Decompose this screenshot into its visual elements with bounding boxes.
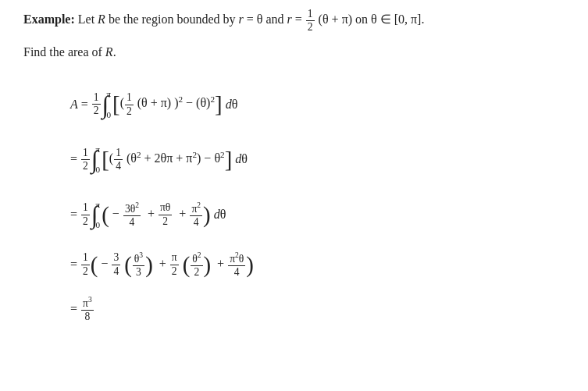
frac-half-3: 1 2 xyxy=(81,201,90,228)
inner-left-paren-4a: ( xyxy=(124,252,132,277)
term1-expr: (θ + π) xyxy=(137,97,171,110)
example-text: Let R be the region bounded by r = θ and… xyxy=(78,12,305,26)
example-label: Example: xyxy=(23,12,75,26)
frac-pi2-4: π24 xyxy=(190,201,202,229)
math-line-1: A = 1 2 ∫ π 0 [ (12 (θ + π) )2 − (θ)2 ] … xyxy=(70,85,565,123)
lower-limit-2: 0 xyxy=(96,161,101,178)
example-line: Example: Let R be the region bounded by … xyxy=(23,8,565,34)
integral-1: ∫ π 0 xyxy=(102,85,112,123)
term1-open-paren: ( xyxy=(120,97,124,110)
bracket-content-1: (12 (θ + π) )2 − (θ)2 xyxy=(120,91,215,117)
dtheta-1: dθ xyxy=(223,92,238,117)
lower-limit-3: 0 xyxy=(96,216,101,233)
minus-1: − (θ) xyxy=(186,97,210,110)
right-bracket-1: ] xyxy=(215,93,223,116)
find-text: Find the area of R. xyxy=(23,45,116,59)
example-formula: (θ + π) on θ ∈ [0, π]. xyxy=(315,12,425,26)
left-bracket-1: [ xyxy=(112,93,120,116)
frac-3-4: 34 xyxy=(112,251,120,278)
inner-right-paren-4a: ) xyxy=(145,252,153,277)
dtheta-2: dθ xyxy=(232,147,248,172)
frac-half-1: 1 2 xyxy=(92,91,101,118)
lower-limit-1: 0 xyxy=(106,106,111,123)
minus-2: − θ xyxy=(204,152,220,165)
integral-limits-3: π 0 xyxy=(96,196,101,234)
paren-content-3: − 3θ24 + πθ2 + π24 xyxy=(109,201,203,229)
term2-rest: + 2θπ + π xyxy=(141,152,193,165)
bracket-content-2: (14 (θ2 + 2θπ + π2) − θ2 xyxy=(109,146,225,172)
math-line-2: = 1 2 ∫ π 0 [ (14 (θ2 + 2θπ + π2) − θ2 ]… xyxy=(70,140,565,179)
left-paren-3: ( xyxy=(102,204,109,226)
eq-sign-3: = xyxy=(70,202,80,227)
eq-sign-1: = xyxy=(78,92,91,117)
math-line-4: = 1 2 ( − 34 (θ33) + π2 (θ22) + π2θ4 ) xyxy=(70,251,565,279)
term2-open-paren: ( xyxy=(109,152,113,165)
frac-pi2theta-4: π2θ4 xyxy=(228,251,245,279)
frac-theta3-3: θ33 xyxy=(133,251,144,279)
frac-half-4: 1 2 xyxy=(81,251,90,278)
inner-right-paren-4b: ) xyxy=(204,252,212,277)
frac-half-2: 1 2 xyxy=(81,147,90,173)
eq-sign-2: = xyxy=(70,147,80,172)
term2-expr: (θ xyxy=(123,152,137,165)
upper-limit-1: π xyxy=(106,85,111,102)
math-line-3: = 1 2 ∫ π 0 ( − 3θ24 + πθ2 + π24 ) dθ xyxy=(70,196,565,234)
dtheta-3: dθ xyxy=(211,202,226,227)
frac-piTheta-2: πθ2 xyxy=(159,201,172,228)
left-paren-4: ( xyxy=(91,254,98,276)
find-line: Find the area of R. xyxy=(23,42,565,62)
term1-exp: 2 xyxy=(179,94,184,104)
integral-limits-1: π 0 xyxy=(106,85,111,123)
upper-limit-2: π xyxy=(96,140,101,158)
half-fraction: 12 xyxy=(306,8,315,34)
eq-sign-4: = xyxy=(70,252,80,277)
frac-3theta-4: 3θ24 xyxy=(123,201,141,229)
inner-left-paren-4b: ( xyxy=(183,252,191,277)
frac-quarter: 14 xyxy=(114,147,123,173)
math-line-5: = π3 8 xyxy=(70,296,565,323)
frac-pi-2: π2 xyxy=(170,251,179,278)
right-bracket-2: ] xyxy=(225,148,233,171)
upper-limit-3: π xyxy=(96,196,101,213)
integral-2: ∫ π 0 xyxy=(91,140,102,179)
frac-half-inner-1: 12 xyxy=(125,91,134,118)
paren-content-4: − 34 (θ33) + π2 (θ22) + π2θ4 xyxy=(98,251,246,279)
frac-pi3-8: π3 8 xyxy=(81,296,94,323)
eq-sign-5: = xyxy=(70,297,80,322)
term2-end: ) xyxy=(197,152,201,165)
left-bracket-2: [ xyxy=(102,148,109,171)
integral-limits-2: π 0 xyxy=(96,140,101,179)
right-paren-3: ) xyxy=(203,204,211,226)
frac-theta2-2: θ22 xyxy=(191,251,202,279)
var-A: A xyxy=(70,92,78,117)
right-paren-4: ) xyxy=(246,254,254,276)
integral-3: ∫ π 0 xyxy=(91,196,102,234)
